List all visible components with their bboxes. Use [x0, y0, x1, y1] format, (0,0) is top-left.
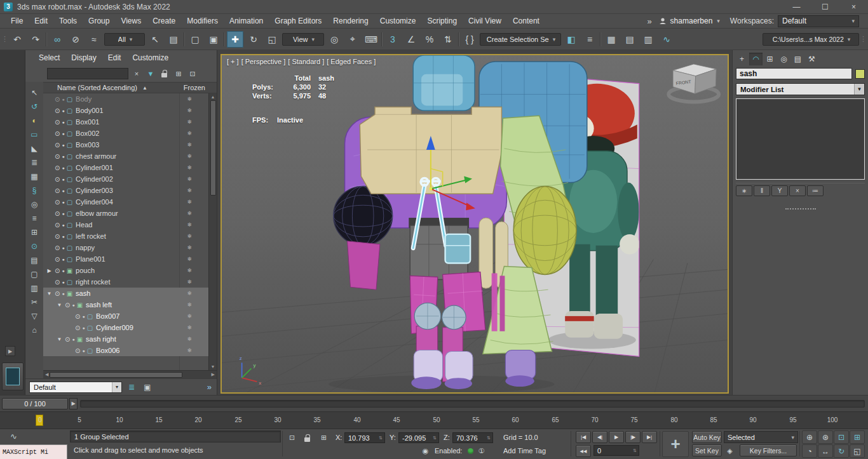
table-configuration-icon[interactable]: ⊡	[187, 68, 198, 79]
se-sheet-icon[interactable]: ▤	[27, 253, 41, 267]
frozen-icon[interactable]: ❄	[187, 187, 192, 194]
menu-tools[interactable]: Tools	[53, 14, 83, 28]
select-and-link-icon[interactable]: ∞	[49, 31, 65, 48]
minimize-button[interactable]: —	[782, 0, 811, 14]
spinner-snap-toggle-icon[interactable]: ⇅	[440, 31, 456, 48]
frozen-icon[interactable]: ❄	[187, 347, 192, 354]
se-scissors-icon[interactable]: ✂	[27, 295, 41, 309]
workspace-dropdown[interactable]: Default▾	[778, 15, 859, 27]
menu-animation[interactable]: Animation	[224, 14, 269, 28]
selection-dot-icon[interactable]: ●	[62, 211, 64, 216]
percent-snap-toggle-icon[interactable]: %	[421, 31, 438, 48]
keyable-icons-toggle[interactable]: ◈	[724, 446, 736, 456]
select-object-icon[interactable]: ↖	[147, 31, 163, 48]
scene-object-row[interactable]: ⊙ ● ▢ Plane001 ❄	[43, 253, 208, 265]
set-keys-button[interactable]: +	[662, 431, 689, 457]
menu-scripting[interactable]: Scripting	[421, 14, 463, 28]
scroll-down-icon[interactable]: ▼	[211, 364, 215, 369]
scene-object-row[interactable]: ⊙ ● ▢ Cylinder004 ❄	[43, 196, 208, 208]
use-pivot-point-icon[interactable]: ◎	[326, 31, 342, 48]
frozen-icon[interactable]: ❄	[187, 336, 192, 342]
add-time-tag[interactable]: Add Time Tag	[503, 447, 546, 455]
scene-object-row[interactable]: ⊙ ● ▢ nappy ❄	[43, 242, 208, 253]
set-key-button[interactable]: Set Key	[692, 444, 722, 456]
go-to-start-button[interactable]: |◀	[576, 431, 591, 443]
visibility-icon[interactable]: ⊙	[55, 199, 60, 206]
footer-overflow-icon[interactable]: »	[207, 382, 212, 392]
menu-overflow-icon[interactable]: »	[642, 17, 656, 26]
unlink-selection-icon[interactable]: ⊘	[67, 31, 84, 48]
frozen-icon[interactable]: ❄	[187, 210, 192, 216]
maximize-button[interactable]: ☐	[811, 0, 839, 14]
scene-object-row[interactable]: ⊙ ● ▢ Box001 ❄	[43, 116, 208, 128]
auto-key-button[interactable]: Auto Key	[692, 431, 722, 443]
time-slider-track[interactable]	[80, 400, 865, 408]
expand-panel-button[interactable]: ▶	[5, 346, 15, 356]
frozen-icon[interactable]: ❄	[187, 130, 192, 136]
modifier-list-dropdown[interactable]: Modifier List ▼	[736, 83, 865, 95]
visibility-icon[interactable]: ⊙	[55, 210, 60, 217]
scene-object-row[interactable]: ⊙ ● ▢ elbow armour ❄	[43, 208, 208, 219]
scene-object-row[interactable]: ▼ ⊙ ● ▣ sash left ❄	[43, 299, 208, 310]
scene-object-row[interactable]: ⊙ ● ▢ Box002 ❄	[43, 128, 208, 139]
select-by-name-icon[interactable]: ▤	[165, 31, 182, 48]
scroll-up-icon[interactable]: ▲	[211, 95, 215, 99]
se-notes-icon[interactable]: ▥	[27, 281, 41, 295]
visibility-icon[interactable]: ⊙	[55, 267, 60, 274]
zoom-extents-icon[interactable]: ⊡	[834, 430, 849, 444]
edit-named-selection-sets-icon[interactable]: { }	[461, 31, 478, 48]
key-mode-toggle[interactable]: ◀◀	[576, 445, 591, 457]
row-expander-icon[interactable]: ▼	[46, 291, 53, 296]
key-mode-dropdown[interactable]: Selected▾	[724, 431, 798, 443]
row-expander-icon[interactable]: ▶	[46, 268, 53, 274]
viewport-general-menu[interactable]: [ + ]	[227, 58, 239, 65]
scroll-right-icon[interactable]: ▶	[212, 372, 215, 377]
window-crossing-icon[interactable]: ▣	[205, 31, 222, 48]
visibility-icon[interactable]: ⊙	[55, 119, 60, 126]
track-bar[interactable]: 0510152025303540455055606570758085909510…	[0, 411, 868, 429]
orbit-icon[interactable]: ↻	[834, 444, 849, 458]
visibility-icon[interactable]: ⊙	[55, 244, 60, 251]
perspective-viewport[interactable]: FRONT z x y [ + ][ Perspective ][ Standa…	[220, 54, 729, 394]
scene-object-row[interactable]: ⊙ ● ▢ Cylinder002 ❄	[43, 173, 208, 185]
filter-funnel-icon[interactable]: ▼	[145, 68, 156, 79]
selection-dot-icon[interactable]: ●	[62, 97, 64, 102]
se-monitor-icon[interactable]: ▭	[27, 128, 41, 142]
frozen-icon[interactable]: ❄	[187, 256, 192, 262]
frozen-icon[interactable]: ❄	[187, 279, 192, 285]
frozen-icon[interactable]: ❄	[187, 107, 192, 114]
selection-dot-icon[interactable]: ●	[82, 349, 85, 353]
frozen-icon[interactable]: ❄	[187, 290, 192, 296]
se-helix-icon[interactable]: §	[27, 183, 41, 197]
select-and-rotate-icon[interactable]: ↻	[245, 31, 262, 48]
tab-hierarchy[interactable]: ⊞	[763, 53, 776, 65]
visibility-icon[interactable]: ⊙	[55, 290, 60, 297]
pan-icon[interactable]: ↔	[818, 444, 833, 458]
scene-explorer-toggle-icon[interactable]: ▤	[621, 31, 638, 48]
explorer-tab-customize[interactable]: Customize	[126, 53, 174, 62]
explorer-settings-icon[interactable]: ▣	[141, 381, 154, 394]
frozen-icon[interactable]: ❄	[187, 324, 192, 331]
scrollbar-thumb[interactable]	[210, 100, 216, 196]
selection-filter-dropdown[interactable]: All	[104, 33, 145, 46]
scene-object-row[interactable]: ▶ ⊙ ● ▣ pouch ❄	[43, 265, 208, 276]
close-button[interactable]: ×	[839, 0, 868, 14]
keyboard-shortcut-override-icon[interactable]: ⌨	[363, 31, 379, 48]
current-frame-field[interactable]: 0⇅	[593, 445, 639, 456]
tab-display[interactable]: ▤	[791, 53, 804, 65]
scene-object-row[interactable]: ⊙ ● ▢ Cylinder003 ❄	[43, 185, 208, 196]
menu-create[interactable]: Create	[147, 14, 181, 28]
selection-dot-icon[interactable]: ●	[62, 280, 64, 284]
field-of-view-icon[interactable]: ◔	[802, 444, 817, 458]
visibility-icon[interactable]: ⊙	[55, 176, 60, 183]
visibility-icon[interactable]: ⊙	[55, 164, 60, 171]
clear-search-icon[interactable]: ×	[131, 68, 142, 79]
frozen-icon[interactable]: ❄	[187, 96, 192, 102]
visibility-icon[interactable]: ⊙	[55, 142, 60, 149]
selection-dot-icon[interactable]: ●	[62, 269, 64, 273]
explorer-tab-edit[interactable]: Edit	[102, 53, 127, 62]
frozen-icon[interactable]: ❄	[187, 222, 192, 228]
x-coordinate-field[interactable]: 10.793⇅	[344, 432, 385, 443]
visibility-icon[interactable]: ⊙	[55, 256, 60, 263]
zoom-all-icon[interactable]: ⊛	[818, 430, 833, 444]
